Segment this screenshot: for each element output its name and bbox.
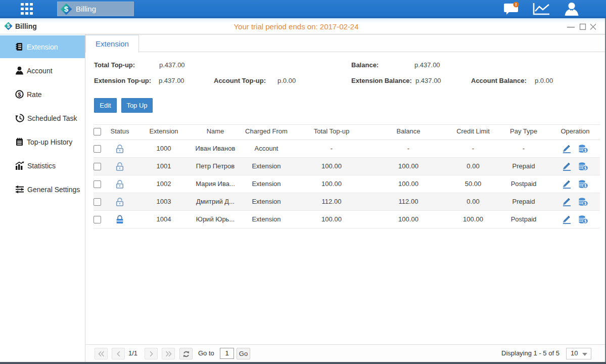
- svg-text:$: $: [64, 5, 69, 13]
- svg-text:!: !: [516, 2, 517, 7]
- svg-text:$: $: [18, 92, 21, 98]
